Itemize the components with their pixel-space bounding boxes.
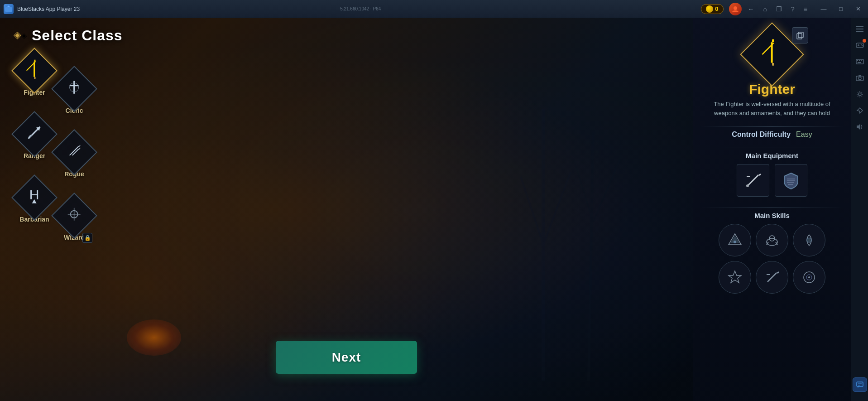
fire-glow bbox=[127, 319, 181, 356]
help-button[interactable]: ? bbox=[788, 5, 797, 14]
svg-point-2 bbox=[734, 6, 737, 10]
svg-rect-35 bbox=[798, 32, 803, 38]
divider-2 bbox=[700, 148, 844, 148]
svg-marker-26 bbox=[32, 199, 37, 203]
svg-point-73 bbox=[858, 93, 861, 96]
close-button[interactable]: ✕ bbox=[850, 1, 866, 17]
svg-marker-22 bbox=[79, 148, 81, 150]
coin-icon bbox=[706, 5, 713, 13]
barbarian-diamond bbox=[11, 174, 58, 221]
side-icon-gamepad[interactable] bbox=[853, 38, 867, 53]
svg-rect-67 bbox=[859, 60, 860, 61]
svg-point-64 bbox=[862, 45, 863, 46]
ranger-diamond bbox=[11, 111, 58, 157]
svg-rect-59 bbox=[856, 31, 863, 32]
menu-button[interactable]: ≡ bbox=[801, 5, 810, 14]
svg-marker-1 bbox=[7, 5, 10, 7]
skill-slot-4 bbox=[719, 261, 751, 294]
skill-slot-6 bbox=[793, 261, 825, 294]
class-description: The Fighter is well-versed with a multit… bbox=[700, 100, 844, 117]
side-icon-airplane[interactable] bbox=[853, 103, 867, 118]
svg-rect-58 bbox=[856, 29, 863, 29]
wizard-icon bbox=[66, 206, 82, 226]
svg-point-44 bbox=[734, 241, 736, 243]
skill-slot-2 bbox=[756, 224, 788, 256]
divider-1 bbox=[700, 126, 844, 127]
svg-point-63 bbox=[860, 44, 861, 45]
selected-class-icon bbox=[760, 41, 784, 68]
app-version: 5.21.660.1042 · P64 bbox=[340, 6, 381, 11]
class-item-barbarian[interactable]: Barbarian bbox=[18, 181, 51, 223]
header-diamond-icon: ◈ bbox=[14, 29, 27, 43]
titlebar-nav: ← ⌂ ❐ ? ≡ bbox=[745, 5, 810, 14]
side-icon-keyboard[interactable] bbox=[853, 54, 867, 69]
chat-button[interactable] bbox=[853, 377, 867, 392]
coins-display: 0 bbox=[701, 4, 723, 14]
svg-point-39 bbox=[746, 184, 749, 187]
svg-marker-21 bbox=[79, 145, 81, 147]
svg-point-71 bbox=[858, 77, 861, 80]
class-row-2: Ranger Rogue bbox=[18, 118, 91, 178]
class-item-wizard[interactable]: 🔒 Wizard bbox=[58, 199, 91, 241]
app-icon bbox=[4, 4, 14, 14]
control-difficulty-row: Control Difficulty Easy bbox=[732, 130, 812, 139]
svg-rect-66 bbox=[857, 60, 858, 61]
equipment-row bbox=[737, 164, 807, 197]
page-title: Select Class bbox=[32, 27, 123, 44]
wizard-lock-icon: 🔒 bbox=[82, 233, 92, 243]
skill-slot-5 bbox=[756, 261, 788, 294]
right-panel: Fighter The Fighter is well-versed with … bbox=[693, 18, 851, 401]
cleric-diamond bbox=[51, 66, 97, 112]
selected-class-diamond-container bbox=[749, 32, 795, 77]
equip-slot-sword bbox=[737, 164, 769, 197]
main-skills-label: Main Skills bbox=[754, 212, 790, 219]
equip-slot-shield bbox=[775, 164, 807, 197]
maximize-button[interactable]: □ bbox=[833, 1, 849, 17]
minimize-button[interactable]: — bbox=[815, 1, 832, 17]
skills-grid bbox=[719, 224, 825, 294]
nav-tab-button[interactable]: ❐ bbox=[773, 5, 785, 14]
svg-marker-38 bbox=[758, 174, 761, 176]
skill-slot-3 bbox=[793, 224, 825, 256]
class-item-ranger[interactable]: Ranger bbox=[18, 118, 51, 159]
select-class-header: ◈ Select Class bbox=[14, 27, 123, 44]
coins-value: 0 bbox=[715, 5, 718, 12]
svg-rect-65 bbox=[856, 59, 863, 64]
nav-home-button[interactable]: ⌂ bbox=[761, 5, 770, 14]
class-item-cleric[interactable]: Cleric bbox=[58, 72, 91, 114]
fighter-diamond bbox=[11, 48, 58, 94]
rogue-diamond bbox=[51, 129, 97, 175]
ranger-icon bbox=[26, 124, 43, 145]
svg-rect-0 bbox=[5, 7, 12, 12]
side-icon-volume[interactable] bbox=[853, 120, 867, 134]
side-icon-camera[interactable] bbox=[853, 71, 867, 85]
barbarian-icon bbox=[26, 188, 43, 208]
copy-button[interactable] bbox=[792, 27, 808, 43]
svg-marker-53 bbox=[777, 271, 779, 274]
skill-slot-1 bbox=[719, 224, 751, 256]
profile-icon[interactable] bbox=[729, 3, 742, 15]
class-item-rogue[interactable]: Rogue bbox=[58, 136, 91, 178]
title-bar: BlueStacks App Player 23 5.21.660.1042 ·… bbox=[0, 0, 868, 18]
divider-3 bbox=[700, 208, 844, 208]
main-equipment-label: Main Equipment bbox=[746, 152, 798, 159]
class-row-1: Fighter Cleric bbox=[18, 54, 91, 114]
side-icon-menu[interactable] bbox=[853, 22, 867, 36]
wizard-diamond bbox=[51, 193, 97, 239]
nav-back-button[interactable]: ← bbox=[745, 5, 757, 14]
side-icon-settings[interactable] bbox=[853, 87, 867, 101]
class-item-fighter[interactable]: Fighter bbox=[18, 54, 51, 96]
control-difficulty-label: Control Difficulty bbox=[732, 130, 791, 139]
next-button[interactable]: Next bbox=[276, 341, 417, 374]
rogue-icon bbox=[66, 143, 82, 162]
svg-line-10 bbox=[27, 62, 42, 77]
svg-rect-57 bbox=[856, 26, 863, 27]
svg-rect-34 bbox=[797, 34, 802, 39]
svg-rect-72 bbox=[858, 75, 861, 77]
side-icons-panel bbox=[851, 18, 868, 401]
gamepad-notification bbox=[863, 39, 866, 43]
class-list: Fighter Cleric bbox=[18, 54, 91, 241]
window-controls: — □ ✕ bbox=[815, 1, 866, 17]
svg-rect-68 bbox=[861, 60, 862, 61]
cleric-icon bbox=[66, 79, 82, 99]
